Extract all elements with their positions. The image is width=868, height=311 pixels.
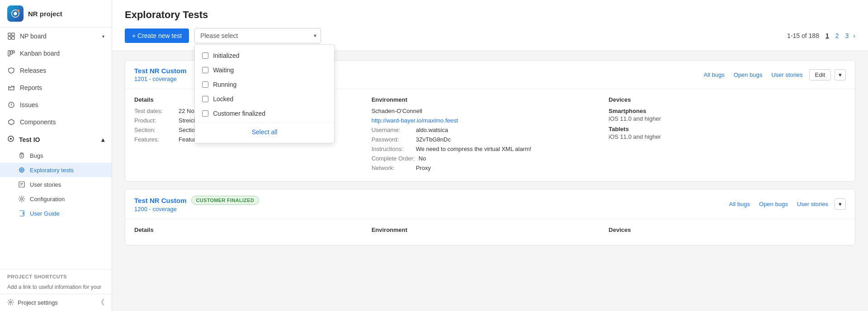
- main-toolbar: + Create new test Please select ▾ Initia…: [125, 28, 855, 51]
- exploratory-icon: [18, 166, 25, 174]
- pagination-page-2[interactable]: 2: [834, 31, 841, 40]
- network-value: Proxy: [416, 165, 431, 171]
- pagination-page-3[interactable]: 3: [844, 31, 851, 40]
- env-title-1: Environment: [372, 96, 609, 103]
- sidebar-footer: Project settings 《: [0, 294, 112, 311]
- svg-text:+: +: [18, 10, 19, 12]
- bugs-icon: [18, 152, 25, 159]
- svg-rect-10: [13, 51, 14, 53]
- complete-order-value: No: [419, 155, 426, 162]
- sidebar-item-kanban[interactable]: Kanban board: [0, 45, 112, 62]
- devices-list-1: Smartphones iOS 11.0 and higher Tablets …: [609, 108, 846, 140]
- test-card-1-title[interactable]: Test NR Custom: [134, 67, 187, 75]
- svg-rect-4: [8, 33, 11, 36]
- svg-rect-6: [8, 37, 11, 39]
- open-bugs-btn-1[interactable]: Open bugs: [731, 70, 765, 80]
- releases-icon: [7, 66, 15, 75]
- device-detail-tablets: iOS 11.0 and higher: [609, 133, 846, 140]
- test-card-2-header: Test NR Custom CUSTOMER FINALIZED 1200 -…: [125, 189, 855, 219]
- sidebar-item-configuration[interactable]: Configuration: [0, 192, 112, 206]
- checkbox-initialized[interactable]: [202, 52, 208, 59]
- device-type-smartphones: Smartphones: [609, 108, 846, 114]
- sidebar-section-testio-label: Test IO: [19, 136, 40, 143]
- sidebar-section-testio[interactable]: Test IO ▴: [0, 131, 112, 148]
- pagination-next-icon[interactable]: ›: [853, 32, 855, 39]
- test-card-1-actions: All bugs Open bugs User stories Edit ▾: [701, 69, 846, 80]
- password-value: 3ZvTbG8nDc: [416, 136, 451, 143]
- dropdown-item-customer-finalized-label: Customer finalized: [213, 110, 265, 117]
- dropdown-item-locked[interactable]: Locked: [195, 92, 334, 106]
- collapse-sidebar-btn[interactable]: 《: [97, 298, 104, 307]
- sidebar-item-releases[interactable]: Releases: [0, 62, 112, 79]
- user-stories-btn-2[interactable]: User stories: [794, 199, 831, 209]
- svg-point-22: [21, 198, 23, 200]
- dropdown-item-customer-finalized[interactable]: Customer finalized: [195, 106, 334, 121]
- test-card-2-subtitle[interactable]: 1200 - coverage: [134, 206, 259, 212]
- sidebar-item-user-stories[interactable]: User stories: [0, 177, 112, 192]
- sidebar-item-user-guide[interactable]: User Guide: [0, 206, 112, 221]
- section-label: Section:: [134, 127, 175, 133]
- sidebar-item-exploratory[interactable]: Exploratory tests: [0, 163, 112, 177]
- dropdown-item-waiting-label: Waiting: [213, 66, 234, 74]
- test-card-2-title[interactable]: Test NR Custom: [134, 197, 187, 204]
- sidebar-item-kanban-label: Kanban board: [20, 50, 104, 57]
- create-new-test-button[interactable]: + Create new test: [125, 28, 189, 43]
- env-row-username: Username: aldo.watsica: [372, 127, 609, 133]
- devices-title-2: Devices: [609, 226, 846, 233]
- svg-point-17: [19, 168, 24, 172]
- sidebar-item-issues[interactable]: Issues: [0, 96, 112, 113]
- env-title-2: Environment: [372, 226, 609, 233]
- all-bugs-btn-2[interactable]: All bugs: [726, 199, 753, 209]
- dropdown-item-locked-label: Locked: [213, 95, 233, 103]
- edit-btn-1[interactable]: Edit: [809, 69, 831, 80]
- network-label: Network:: [372, 165, 412, 171]
- sidebar-item-issues-label: Issues: [20, 101, 104, 108]
- test-card-1-subtitle[interactable]: 1201 - coverage: [134, 75, 187, 82]
- all-bugs-btn-1[interactable]: All bugs: [701, 70, 727, 80]
- card-2-dropdown-btn[interactable]: ▾: [835, 198, 846, 210]
- settings-icon: [7, 299, 14, 307]
- dropdown-item-running[interactable]: Running: [195, 77, 334, 92]
- checkbox-running[interactable]: [202, 81, 208, 88]
- pagination-page-1[interactable]: 1: [824, 31, 831, 40]
- kanban-icon: [7, 49, 15, 57]
- sidebar-item-configuration-label: Configuration: [30, 196, 65, 203]
- test-card-1-environment: Environment Schaden-O'Connell http://war…: [372, 96, 609, 174]
- env-row-network: Network: Proxy: [372, 165, 609, 171]
- dropdown-item-initialized[interactable]: Initialized: [195, 48, 334, 63]
- testio-icon: [7, 135, 14, 144]
- page-title: Exploratory Tests: [125, 9, 855, 21]
- status-filter-trigger[interactable]: Please select: [194, 28, 321, 43]
- svg-rect-7: [12, 37, 14, 39]
- username-label: Username:: [372, 127, 412, 133]
- user-stories-btn-1[interactable]: User stories: [769, 70, 805, 80]
- sidebar-item-components[interactable]: Components: [0, 113, 112, 131]
- project-settings-link[interactable]: Project settings: [7, 299, 58, 307]
- status-filter-dropdown[interactable]: Please select ▾ Initialized Waiting: [194, 28, 321, 43]
- checkbox-customer-finalized[interactable]: [202, 110, 208, 117]
- card-1-dropdown-btn[interactable]: ▾: [835, 69, 846, 80]
- test-card-2: Test NR Custom CUSTOMER FINALIZED 1200 -…: [125, 189, 855, 245]
- app-name: NR project: [28, 10, 62, 18]
- svg-point-15: [10, 138, 12, 140]
- checkbox-waiting[interactable]: [202, 67, 208, 73]
- sidebar-item-user-stories-label: User stories: [30, 181, 61, 188]
- sidebar-item-exploratory-label: Exploratory tests: [30, 167, 74, 174]
- user-stories-icon: [18, 181, 25, 188]
- dropdown-item-waiting[interactable]: Waiting: [195, 63, 334, 77]
- test-card-1-devices: Devices Smartphones iOS 11.0 and higher …: [609, 96, 846, 174]
- test-card-2-body: Details Environment Devices: [125, 219, 855, 245]
- features-label: Features:: [134, 136, 175, 143]
- select-all-option[interactable]: Select all: [195, 125, 334, 139]
- configuration-icon: [18, 195, 25, 203]
- sidebar-item-board-label: NP board: [20, 33, 98, 40]
- checkbox-locked[interactable]: [202, 96, 208, 102]
- sidebar-item-board[interactable]: NP board ▾: [0, 28, 112, 45]
- svg-point-1: [14, 12, 17, 15]
- sidebar-item-reports[interactable]: Reports: [0, 79, 112, 96]
- open-bugs-btn-2[interactable]: Open bugs: [756, 199, 791, 209]
- sidebar-item-bugs[interactable]: Bugs: [0, 148, 112, 163]
- env-url-link[interactable]: http://ward-bayer.io/maximo.feest: [372, 117, 458, 124]
- test-card-2-environment: Environment: [372, 226, 609, 238]
- reports-icon: [7, 84, 15, 92]
